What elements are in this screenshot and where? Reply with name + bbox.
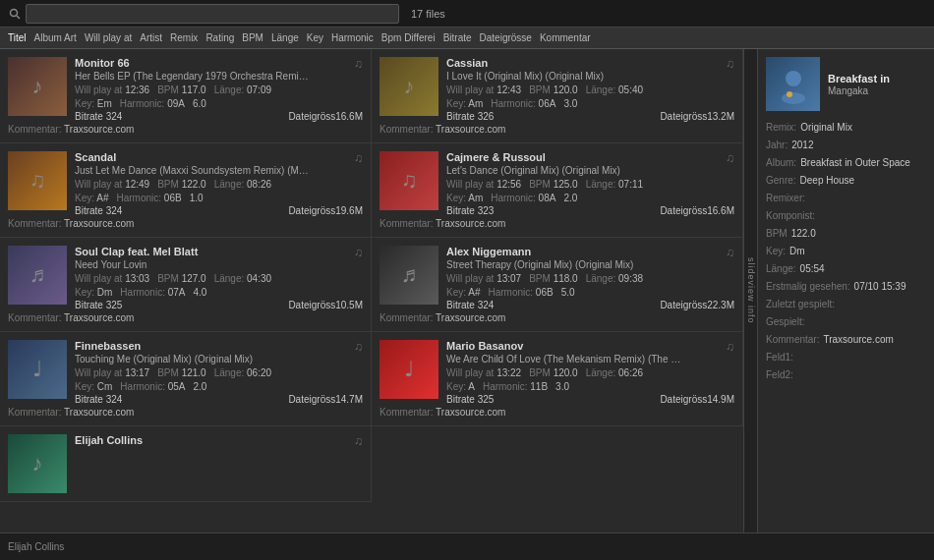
slideview-label: slideview info <box>746 257 756 324</box>
rp-erstmalig-label: Erstmalig gesehen: <box>766 278 850 296</box>
track-art: ♩ <box>8 340 67 399</box>
track-info: Finnebassen ♫ Touching Me (Original Mix)… <box>75 340 363 405</box>
rp-remix-row: Remix: Original Mix <box>766 119 926 137</box>
track-title: Her Bells EP (The Legendary 1979 Orchest… <box>75 71 311 82</box>
col-bitrate[interactable]: Bitrate <box>439 32 476 43</box>
col-bpm-diff[interactable]: Bpm Differei <box>378 32 439 43</box>
track-info: Mario Basanov ♫ We Are Child Of Love (Th… <box>446 340 734 405</box>
rp-key-label: Key: <box>766 243 786 260</box>
bitrate-row: Bitrate 325 Dateigröss14.9M <box>446 394 734 405</box>
rp-erstmalig-value: 07/10 15:39 <box>854 278 906 296</box>
track-info: Scandal ♫ Just Let Me Dance (Maxxi Sound… <box>75 151 363 216</box>
dateigrosse-meta: Dateigröss14.9M <box>660 394 734 405</box>
rp-bpm-value: 122.0 <box>791 225 816 243</box>
kommentar-row: Kommentar: Traxsource.com <box>379 124 734 135</box>
track-art: ♪ <box>379 57 438 116</box>
music-icon: ♫ <box>726 246 734 259</box>
col-rating[interactable]: Rating <box>202 32 238 43</box>
bpm-meta: BPM 120.0 <box>529 367 577 378</box>
bitrate-row: Bitrate 324 Dateigröss22.3M <box>446 300 734 310</box>
music-icon: ♫ <box>726 57 734 71</box>
search-input[interactable] <box>26 4 399 24</box>
right-panel-title: Breakfast in <box>828 72 890 85</box>
harmonic-meta: Harmonic: 06A <box>491 98 555 109</box>
track-card[interactable]: ♪ Monitor 66 ♫ Her Bells EP (The Legenda… <box>0 49 372 143</box>
col-album-art[interactable]: Album Art <box>30 32 81 43</box>
rp-kommentar-row: Kommentar: Traxsource.com <box>766 331 926 349</box>
col-kommentar[interactable]: Kommentar <box>536 32 595 43</box>
track-meta-row2: Key: Am Harmonic: 06A 3.0 <box>446 98 734 109</box>
kommentar-value: Traxsource.com <box>64 218 134 229</box>
track-card[interactable]: ♩ Mario Basanov ♫ We Are Child Of Love (… <box>372 332 743 426</box>
bitrate-meta: Bitrate 325 <box>446 394 494 405</box>
rp-jahr-row: Jahr: 2012 <box>766 137 926 154</box>
bitrate-meta: Bitrate 325 <box>75 300 122 310</box>
track-header: ♪ Cassian ♫ I Love It (Original Mix) (Or… <box>379 57 734 122</box>
kommentar-label: Kommentar: <box>379 312 433 323</box>
col-artist[interactable]: Artist <box>136 32 166 43</box>
track-art: ♬ <box>8 246 67 305</box>
dateigrosse-meta: Dateigröss14.7M <box>288 394 363 405</box>
harmonic-num-meta: 2.0 <box>563 193 577 203</box>
rp-feld2-row: Feld2: <box>766 366 926 384</box>
track-info: Elijah Collins ♫ <box>75 434 363 448</box>
kommentar-row: Kommentar: Traxsource.com <box>379 218 734 229</box>
rp-komponist-label: Komponist: <box>766 207 815 225</box>
track-header: ♪ Elijah Collins ♫ <box>8 434 363 493</box>
track-card[interactable]: ♩ Finnebassen ♫ Touching Me (Original Mi… <box>0 332 372 426</box>
track-card[interactable]: ♫ Cajmere & Russoul ♫ Let's Dance (Origi… <box>372 143 743 238</box>
bottom-bar: Elijah Collins <box>0 532 934 560</box>
track-meta-row1: Will play at 13:07 BPM 118.0 Länge: 09:3… <box>446 273 734 284</box>
dateigrosse-meta: Dateigröss22.3M <box>660 300 734 310</box>
col-laenge[interactable]: Länge <box>267 32 303 43</box>
music-icon: ♫ <box>354 434 363 448</box>
track-art: ♩ <box>379 340 438 399</box>
rp-remix-value: Original Mix <box>800 119 852 137</box>
col-harmonic[interactable]: Harmonic <box>327 32 378 43</box>
track-card[interactable]: ♪ Cassian ♫ I Love It (Original Mix) (Or… <box>372 49 743 143</box>
track-card[interactable]: ♪ Elijah Collins ♫ <box>0 426 372 502</box>
track-meta-row1: Will play at 12:43 BPM 120.0 Länge: 05:4… <box>446 84 734 95</box>
col-key[interactable]: Key <box>303 32 327 43</box>
track-card[interactable]: ♫ Scandal ♫ Just Let Me Dance (Maxxi Sou… <box>0 143 372 238</box>
harmonic-meta: Harmonic: 05A <box>120 381 185 392</box>
track-title: Street Therapy (Original Mix) (Original … <box>446 259 682 270</box>
col-remix[interactable]: Remix <box>166 32 202 43</box>
rp-zuletzt-row: Zuletzt gespielt: <box>766 296 926 313</box>
track-art: ♪ <box>8 57 67 116</box>
bitrate-row: Bitrate 325 Dateigröss10.5M <box>75 300 363 310</box>
laenge-meta: Länge: 06:26 <box>586 367 643 378</box>
bpm-meta: BPM 121.0 <box>157 367 205 378</box>
kommentar-value: Traxsource.com <box>64 312 134 323</box>
col-dateigrosse[interactable]: Dateigrösse <box>476 32 536 43</box>
right-panel-subtitle: Mangaka <box>828 85 890 96</box>
bitrate-row: Bitrate 326 Dateigröss13.2M <box>446 111 734 122</box>
slideview-toggle[interactable]: slideview info <box>743 49 757 532</box>
track-header: ♩ Finnebassen ♫ Touching Me (Original Mi… <box>8 340 363 405</box>
harmonic-meta: Harmonic: 08A <box>491 193 555 203</box>
svg-point-2 <box>786 71 801 86</box>
col-will-play[interactable]: Will play at <box>81 32 136 43</box>
kommentar-row: Kommentar: Traxsource.com <box>379 312 734 323</box>
kommentar-row: Kommentar: Traxsource.com <box>8 312 363 323</box>
harmonic-meta: Harmonic: 06B <box>116 193 181 203</box>
track-card[interactable]: ♬ Alex Niggemann ♫ Street Therapy (Origi… <box>372 238 743 332</box>
kommentar-value: Traxsource.com <box>436 124 505 135</box>
laenge-meta: Länge: 07:11 <box>586 179 643 190</box>
harmonic-meta: Harmonic: 11B <box>483 381 548 392</box>
col-titel[interactable]: Titel <box>4 32 30 43</box>
kommentar-label: Kommentar: <box>8 407 61 418</box>
track-title: Need Your Lovin <box>75 259 311 270</box>
kommentar-value: Traxsource.com <box>64 407 134 418</box>
music-icon: ♫ <box>354 246 363 259</box>
kommentar-label: Kommentar: <box>379 124 433 135</box>
kommentar-value: Traxsource.com <box>436 312 505 323</box>
kommentar-value: Traxsource.com <box>436 407 505 418</box>
track-meta-row2: Key: Cm Harmonic: 05A 2.0 <box>75 381 363 392</box>
track-list: ♪ Monitor 66 ♫ Her Bells EP (The Legenda… <box>0 49 743 532</box>
bpm-meta: BPM 117.0 <box>157 84 205 95</box>
main-area: ♪ Monitor 66 ♫ Her Bells EP (The Legenda… <box>0 49 934 532</box>
will-play-label: Will play at 13:07 <box>446 273 521 284</box>
col-bpm[interactable]: BPM <box>238 32 267 43</box>
track-card[interactable]: ♬ Soul Clap feat. Mel Blatt ♫ Need Your … <box>0 238 372 332</box>
